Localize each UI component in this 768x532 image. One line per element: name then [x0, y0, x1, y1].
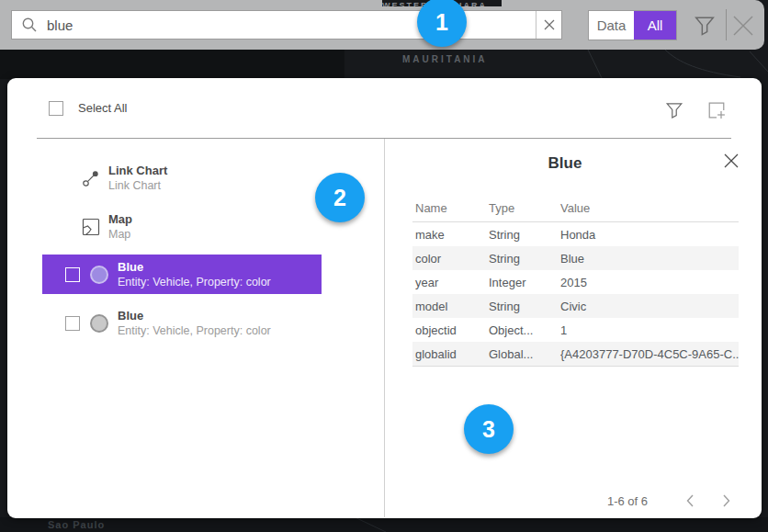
result-title: Link Chart [108, 164, 167, 178]
table-row: year Integer 2015 [412, 270, 739, 294]
cell-name: make [412, 228, 486, 242]
cell-type: String [486, 300, 558, 313]
close-icon[interactable] [731, 14, 755, 38]
results-filter-icon[interactable] [665, 101, 683, 119]
next-page-icon[interactable] [717, 492, 734, 509]
cell-value: {A4203777-D70D-4C5C-9A65-C... [558, 347, 739, 361]
col-value: Value [558, 201, 739, 215]
result-item-link-chart[interactable]: Link Chart Link Chart [42, 157, 325, 199]
scope-data-button[interactable]: Data [589, 11, 634, 40]
previous-page-icon[interactable] [683, 492, 699, 509]
result-title: Map [108, 212, 132, 227]
link-chart-icon [82, 169, 100, 187]
table-row: objectid Object... 1 [412, 318, 739, 342]
result-item-map[interactable]: Map Map [42, 206, 325, 248]
cell-name: year [412, 276, 486, 289]
callout-badge-3: 3 [464, 404, 514, 454]
select-all-label: Select All [78, 101, 127, 116]
cell-name: globalid [412, 347, 486, 361]
cell-type: Integer [486, 276, 558, 289]
table-body: make String Honda color String Blue year… [412, 222, 739, 367]
callout-badge-2: 2 [315, 173, 365, 222]
map-icon [82, 218, 100, 236]
cell-name: objectid [412, 323, 486, 337]
detail-title: Blue [385, 154, 745, 173]
result-item-blue[interactable]: Blue Entity: Vehicle, Property: color [42, 303, 322, 343]
cell-type: Object... [486, 323, 558, 337]
col-type: Type [486, 201, 558, 215]
filter-icon[interactable] [694, 15, 716, 37]
result-title: Blue [118, 260, 271, 275]
search-icon [12, 17, 47, 33]
result-subtitle: Link Chart [108, 178, 167, 193]
add-to-selection-icon[interactable] [707, 101, 726, 119]
cell-value: Civic [558, 300, 739, 313]
detail-close-icon[interactable] [723, 153, 743, 173]
cell-type: Global... [486, 347, 558, 361]
table-row: make String Honda [412, 222, 739, 246]
pagination-label: 1-6 of 6 [607, 494, 648, 508]
col-name: Name [412, 201, 486, 215]
result-item-blue-selected[interactable]: Blue Entity: Vehicle, Property: color [42, 255, 322, 294]
entity-circle-icon [90, 266, 108, 284]
select-all-checkbox[interactable] [49, 101, 63, 116]
cell-value: 1 [558, 323, 739, 337]
cell-type: String [486, 252, 558, 266]
toolbar-divider [726, 9, 727, 40]
search-results-panel: Select All Link Chart Link Chart Map [7, 78, 762, 518]
cell-value: 2015 [558, 276, 739, 289]
table-row: globalid Global... {A4203777-D70D-4C5C-9… [412, 342, 739, 366]
result-checkbox[interactable] [65, 316, 80, 331]
cell-name: color [412, 252, 486, 266]
search-scope-toggle: Data All [588, 10, 677, 40]
table-row: model String Civic [412, 294, 739, 318]
clear-search-button[interactable] [536, 11, 561, 39]
result-subtitle: Entity: Vehicle, Property: color [118, 323, 271, 338]
entity-circle-icon [90, 314, 108, 333]
search-box[interactable] [11, 10, 562, 40]
table-row: color String Blue [412, 246, 739, 270]
result-title: Blue [118, 309, 271, 323]
cell-name: model [412, 300, 486, 313]
detail-pane: Blue Name Type Value make String Honda [385, 138, 762, 517]
search-toolbar: Data All [0, 0, 764, 50]
table-header: Name Type Value [412, 195, 739, 222]
map-label-city: Sao Paulo [48, 519, 105, 530]
map-label-mauritania: MAURITANIA [402, 54, 549, 64]
result-subtitle: Entity: Vehicle, Property: color [118, 275, 271, 289]
result-checkbox[interactable] [65, 267, 80, 282]
attribute-table: Name Type Value make String Honda color … [412, 195, 739, 367]
result-subtitle: Map [108, 227, 132, 242]
cell-value: Blue [558, 252, 739, 266]
scope-all-button[interactable]: All [634, 11, 676, 40]
cell-type: String [486, 228, 558, 242]
app-window: MAURITANIA Sao Paulo Data All WESTERN SA… [0, 0, 768, 532]
cell-value: Honda [558, 228, 739, 242]
